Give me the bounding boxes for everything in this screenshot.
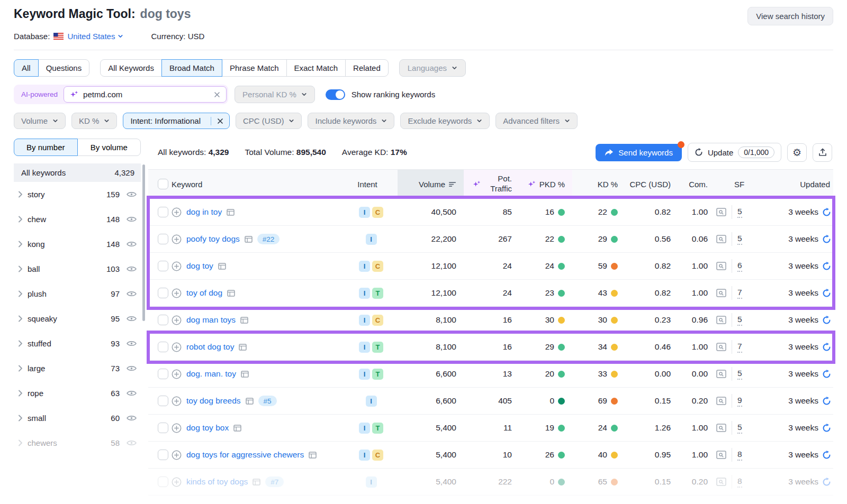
sort-by-number-tab[interactable]: By number — [14, 139, 78, 156]
keyword-link[interactable]: dog toy box — [186, 423, 229, 433]
tab-related[interactable]: Related — [345, 59, 389, 77]
row-checkbox[interactable] — [158, 288, 168, 298]
sf-count[interactable]: 9 — [737, 396, 742, 407]
keyword-link[interactable]: toy of dog — [186, 288, 222, 298]
sf-count[interactable]: 5 — [737, 369, 742, 380]
serp-layout-icon[interactable] — [241, 371, 249, 378]
serp-layout-icon[interactable] — [218, 263, 226, 270]
sidebar-group-item[interactable]: kong 148 — [14, 232, 141, 256]
eye-icon[interactable] — [127, 290, 137, 297]
sidebar-group-item[interactable]: plush 97 — [14, 281, 141, 306]
add-keyword-icon[interactable] — [172, 396, 182, 406]
sf-count[interactable]: 8 — [737, 450, 742, 461]
refresh-keyword-icon[interactable] — [822, 370, 831, 379]
eye-icon[interactable] — [127, 191, 137, 198]
database-selector[interactable]: United States — [67, 32, 123, 41]
row-checkbox[interactable] — [158, 315, 168, 325]
keyword-link[interactable]: poofy toy dogs — [186, 234, 240, 244]
row-checkbox[interactable] — [158, 476, 168, 487]
eye-icon[interactable] — [127, 241, 137, 248]
row-checkbox[interactable] — [158, 450, 168, 460]
keyword-link[interactable]: kinds of toy dogs — [186, 477, 248, 487]
column-pot-traffic[interactable]: Pot. Traffic — [464, 170, 519, 198]
chevron-right-icon[interactable] — [18, 290, 23, 297]
serp-preview-icon[interactable] — [716, 235, 726, 243]
serp-preview-icon[interactable] — [716, 343, 726, 351]
eye-icon[interactable] — [127, 390, 137, 397]
add-keyword-icon[interactable] — [172, 450, 182, 460]
sidebar-group-item[interactable]: squeaky 95 — [14, 306, 141, 331]
serp-layout-icon[interactable] — [239, 344, 247, 351]
sidebar-all-keywords-row[interactable]: All keywords 4,329 — [14, 163, 141, 182]
chevron-right-icon[interactable] — [18, 216, 23, 223]
filter-exclude-keywords[interactable]: Exclude keywords — [400, 113, 490, 129]
refresh-keyword-icon[interactable] — [822, 478, 831, 487]
chevron-right-icon[interactable] — [18, 439, 23, 446]
refresh-keyword-icon[interactable] — [822, 343, 831, 352]
view-search-history-button[interactable]: View search history — [747, 7, 833, 25]
serp-preview-icon[interactable] — [716, 370, 726, 378]
sf-count[interactable]: 5 — [737, 234, 742, 245]
row-checkbox[interactable] — [158, 369, 168, 379]
serp-preview-icon[interactable] — [716, 424, 726, 432]
keyword-link[interactable]: dog. man. toy — [186, 369, 236, 379]
sf-count[interactable]: 5 — [737, 423, 742, 434]
row-checkbox[interactable] — [158, 423, 168, 433]
sidebar-group-item[interactable]: chewers 58 — [14, 430, 141, 455]
column-keyword[interactable]: Keyword — [172, 180, 345, 189]
eye-icon[interactable] — [127, 216, 137, 223]
chevron-right-icon[interactable] — [18, 365, 23, 372]
column-kd[interactable]: KD % — [572, 180, 625, 189]
update-button[interactable]: Update 0/1,000 — [688, 143, 781, 162]
filter-kd[interactable]: KD % — [71, 113, 117, 129]
add-keyword-icon[interactable] — [172, 369, 182, 379]
refresh-keyword-icon[interactable] — [822, 289, 831, 298]
serp-layout-icon[interactable] — [240, 317, 248, 324]
sf-count[interactable]: 6 — [737, 261, 742, 272]
sf-count[interactable]: 7 — [737, 288, 742, 299]
tab-questions[interactable]: Questions — [38, 59, 90, 77]
keyword-link[interactable]: robot dog toy — [186, 342, 234, 352]
clear-input-icon[interactable] — [214, 91, 220, 98]
serp-preview-icon[interactable] — [716, 316, 726, 324]
eye-icon[interactable] — [127, 439, 137, 446]
refresh-keyword-icon[interactable] — [822, 235, 831, 244]
keyword-link[interactable]: dog man toys — [186, 315, 236, 325]
column-sf[interactable]: SF — [715, 180, 756, 189]
sf-count[interactable]: 7 — [737, 342, 742, 353]
filter-include-keywords[interactable]: Include keywords — [308, 113, 394, 129]
keyword-link[interactable]: toy dog breeds — [186, 396, 241, 406]
sidebar-group-item[interactable]: large 73 — [14, 356, 141, 381]
tab-broad-match[interactable]: Broad Match — [161, 59, 222, 77]
tab-exact-match[interactable]: Exact Match — [286, 59, 346, 77]
serp-layout-icon[interactable] — [227, 290, 235, 297]
sidebar-group-item[interactable]: stuffed 93 — [14, 331, 141, 356]
add-keyword-icon[interactable] — [172, 315, 182, 325]
sidebar-group-item[interactable]: rope 63 — [14, 381, 141, 406]
show-ranking-keywords-toggle[interactable] — [326, 89, 345, 100]
chevron-right-icon[interactable] — [18, 315, 23, 322]
filter-volume[interactable]: Volume — [14, 113, 66, 129]
sidebar-group-item[interactable]: story 159 — [14, 182, 141, 207]
add-keyword-icon[interactable] — [172, 342, 182, 352]
refresh-keyword-icon[interactable] — [822, 262, 831, 271]
column-com[interactable]: Com. — [678, 180, 715, 189]
sidebar-scrollbar[interactable] — [142, 164, 145, 321]
eye-icon[interactable] — [127, 265, 137, 272]
sidebar-group-item[interactable]: ball 103 — [14, 256, 141, 281]
filter-advanced[interactable]: Advanced filters — [495, 113, 578, 129]
column-intent[interactable]: Intent — [345, 180, 398, 189]
serp-layout-icon[interactable] — [246, 398, 254, 405]
refresh-keyword-icon[interactable] — [822, 208, 831, 217]
sf-count[interactable]: 8 — [737, 476, 742, 488]
chevron-right-icon[interactable] — [18, 390, 23, 397]
sort-by-volume-tab[interactable]: By volume — [77, 139, 141, 156]
tab-phrase-match[interactable]: Phrase Match — [222, 59, 287, 77]
serp-preview-icon[interactable] — [716, 397, 726, 405]
column-cpc[interactable]: CPC (USD) — [625, 180, 678, 189]
sidebar-group-item[interactable]: small 60 — [14, 406, 141, 430]
refresh-keyword-icon[interactable] — [822, 424, 831, 433]
chevron-right-icon[interactable] — [18, 241, 23, 248]
serp-layout-icon[interactable] — [245, 236, 253, 243]
eye-icon[interactable] — [127, 315, 137, 322]
